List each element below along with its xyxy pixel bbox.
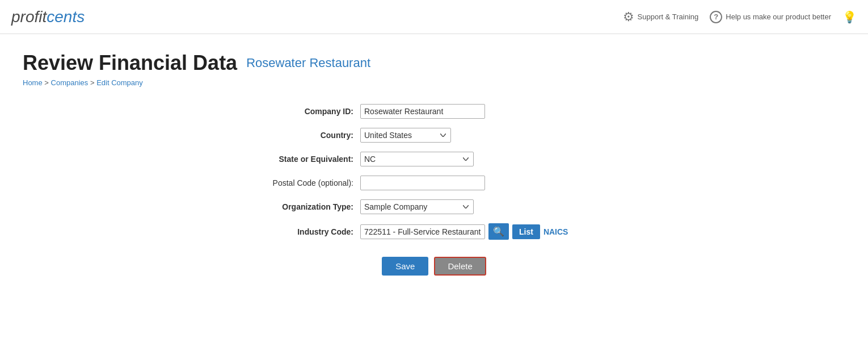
industry-code-controls: 🔍 List NAICS (360, 223, 568, 240)
bulb-icon[interactable]: 💡 (842, 10, 857, 24)
form-container: Company ID: Country: United States Canad… (235, 104, 633, 276)
breadcrumb-sep2: > (90, 78, 96, 87)
breadcrumb-companies[interactable]: Companies (51, 78, 89, 87)
company-id-row: Company ID: (235, 104, 633, 119)
country-select[interactable]: United States Canada United Kingdom Othe… (360, 128, 451, 143)
org-type-row: Organization Type: Sample Company LLC Co… (235, 199, 633, 214)
breadcrumb-home[interactable]: Home (23, 78, 43, 87)
state-label: State or Equivalent: (235, 155, 360, 164)
naics-link[interactable]: NAICS (543, 227, 568, 236)
delete-button[interactable]: Delete (434, 257, 486, 276)
list-button[interactable]: List (512, 224, 540, 239)
company-id-label: Company ID: (235, 107, 360, 116)
question-icon: ? (710, 11, 722, 23)
industry-code-input[interactable] (360, 224, 485, 239)
logo: profitcents (11, 8, 85, 26)
breadcrumb-current: Edit Company (96, 78, 143, 87)
button-row: Save Delete (235, 257, 633, 276)
page-title: Review Financial Data (23, 51, 237, 75)
gear-icon: ⚙ (623, 10, 634, 24)
breadcrumb: Home > Companies > Edit Company (23, 78, 845, 87)
feedback-label: Help us make our product better (726, 12, 831, 21)
header: profitcents ⚙ Support & Training ? Help … (0, 0, 868, 34)
support-training-label: Support & Training (638, 12, 699, 21)
country-row: Country: United States Canada United Kin… (235, 128, 633, 143)
save-button[interactable]: Save (382, 257, 428, 276)
feedback-item[interactable]: ? Help us make our product better (710, 11, 831, 23)
industry-search-button[interactable]: 🔍 (488, 223, 509, 240)
search-icon: 🔍 (493, 227, 504, 236)
breadcrumb-sep1: > (44, 78, 50, 87)
industry-code-row: Industry Code: 🔍 List NAICS (235, 223, 633, 240)
postal-label: Postal Code (optional): (235, 178, 360, 187)
postal-input[interactable] (360, 176, 485, 190)
state-select[interactable]: NC CA TX NY FL (360, 152, 474, 166)
country-label: Country: (235, 131, 360, 140)
org-type-label: Organization Type: (235, 202, 360, 211)
logo-cents: cents (47, 8, 85, 26)
org-type-select[interactable]: Sample Company LLC Corporation Partnersh… (360, 199, 474, 214)
logo-profit: profit (11, 8, 47, 26)
state-row: State or Equivalent: NC CA TX NY FL (235, 152, 633, 166)
industry-code-label: Industry Code: (235, 227, 360, 236)
support-training-item[interactable]: ⚙ Support & Training (623, 10, 699, 24)
company-name-link[interactable]: Rosewater Restaurant (246, 56, 370, 70)
main-content: Review Financial Data Rosewater Restaura… (0, 34, 868, 293)
company-id-input[interactable] (360, 104, 485, 119)
header-right: ⚙ Support & Training ? Help us make our … (623, 10, 857, 24)
page-title-row: Review Financial Data Rosewater Restaura… (23, 51, 845, 75)
postal-row: Postal Code (optional): (235, 176, 633, 190)
